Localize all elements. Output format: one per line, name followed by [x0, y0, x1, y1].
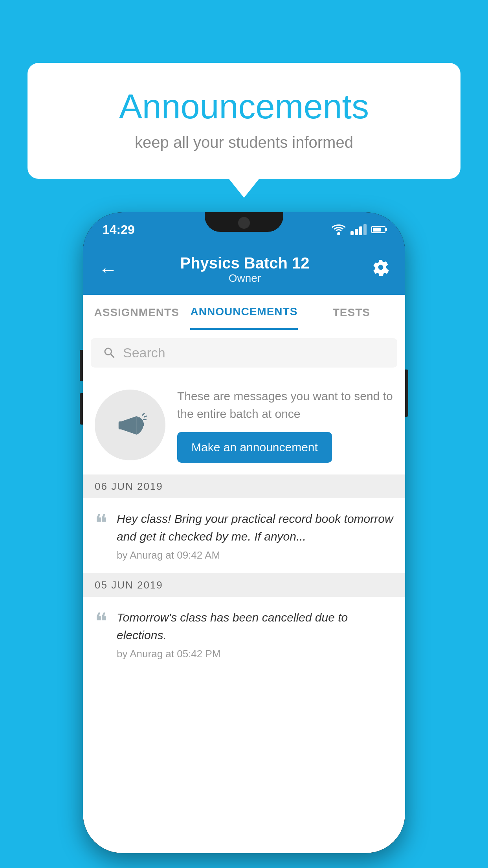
tab-announcements[interactable]: ANNOUNCEMENTS — [190, 295, 297, 330]
phone-body: 14:29 — [83, 212, 405, 853]
status-time: 14:29 — [103, 219, 135, 237]
quote-icon-1: ❝ — [95, 511, 107, 535]
announcement-meta-2: by Anurag at 05:42 PM — [117, 648, 393, 660]
search-icon — [103, 346, 117, 360]
promo-right: These are messages you want to send to t… — [177, 387, 393, 463]
svg-rect-1 — [119, 421, 122, 429]
announcement-item-2[interactable]: ❝ Tomorrow's class has been cancelled du… — [83, 597, 405, 672]
promo-description: These are messages you want to send to t… — [177, 387, 393, 423]
app-bar: ← Physics Batch 12 Owner — [83, 244, 405, 295]
app-bar-title-area: Physics Batch 12 Owner — [180, 254, 309, 285]
bubble-subtitle: keep all your students informed — [59, 134, 429, 151]
gear-icon — [372, 259, 389, 276]
screen-content: Search — [83, 330, 405, 853]
announcement-meta-1: by Anurag at 09:42 AM — [117, 549, 393, 561]
announcement-content-1: Hey class! Bring your practical record b… — [117, 510, 393, 561]
svg-point-0 — [338, 232, 340, 234]
phone-screen: 14:29 — [83, 212, 405, 853]
speech-bubble-container: Announcements keep all your students inf… — [28, 63, 460, 179]
promo-icon-circle — [95, 390, 165, 460]
date-separator-2: 05 JUN 2019 — [83, 574, 405, 597]
search-bar[interactable]: Search — [91, 338, 397, 368]
svg-line-2 — [143, 414, 145, 416]
date-separator-1: 06 JUN 2019 — [83, 475, 405, 498]
megaphone-icon — [112, 407, 148, 443]
announcement-text-2: Tomorrow's class has been cancelled due … — [117, 609, 393, 644]
settings-button[interactable] — [372, 259, 389, 280]
announcement-promo: These are messages you want to send to t… — [83, 375, 405, 475]
svg-line-3 — [144, 416, 147, 417]
tabs-bar: ASSIGNMENTS ANNOUNCEMENTS TESTS — [83, 295, 405, 330]
announcement-content-2: Tomorrow's class has been cancelled due … — [117, 609, 393, 660]
quote-icon-2: ❝ — [95, 610, 107, 634]
make-announcement-button[interactable]: Make an announcement — [177, 432, 332, 463]
battery-icon — [371, 226, 385, 233]
app-bar-subtitle: Owner — [180, 272, 309, 285]
phone-notch — [205, 212, 283, 232]
status-icons — [332, 221, 385, 235]
phone-container: 14:29 — [83, 212, 405, 853]
back-button[interactable]: ← — [99, 259, 117, 280]
bubble-title: Announcements — [59, 86, 429, 127]
speech-bubble: Announcements keep all your students inf… — [28, 63, 460, 179]
wifi-icon — [332, 224, 346, 235]
announcement-item-1[interactable]: ❝ Hey class! Bring your practical record… — [83, 498, 405, 574]
search-placeholder: Search — [123, 345, 165, 360]
tab-assignments[interactable]: ASSIGNMENTS — [83, 295, 190, 330]
signal-icon — [350, 224, 367, 235]
announcement-text-1: Hey class! Bring your practical record b… — [117, 510, 393, 545]
front-camera — [238, 217, 250, 229]
tab-tests[interactable]: TESTS — [298, 295, 405, 330]
app-bar-title: Physics Batch 12 — [180, 254, 309, 272]
